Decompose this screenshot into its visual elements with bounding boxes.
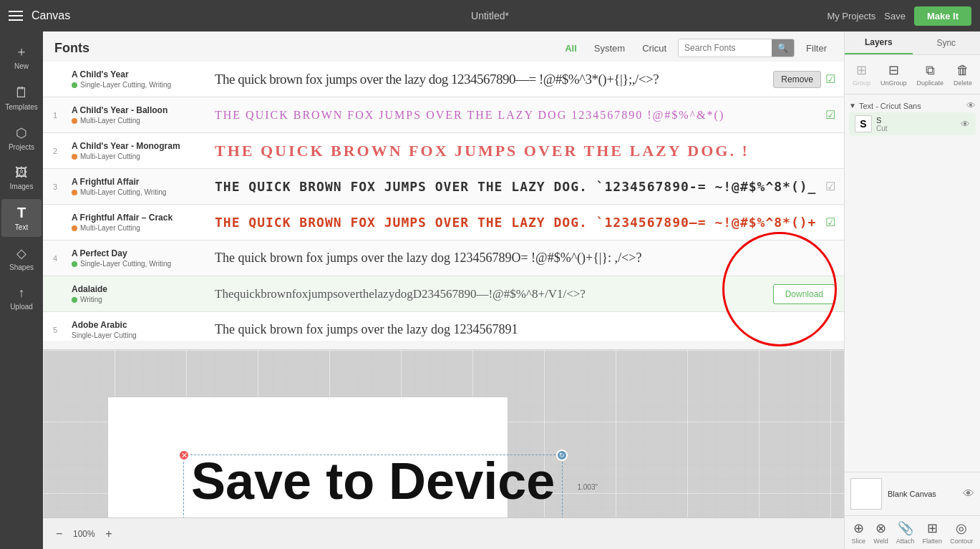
contour-button[interactable]: ◎ Contour <box>950 520 973 545</box>
font-name: Adalaide <box>72 284 198 294</box>
font-row-childs-balloon: 1 A Child's Year - Balloon Multi-Layer C… <box>43 97 844 133</box>
font-check-icon[interactable]: ☑ <box>825 72 835 86</box>
tag-label: Single-Layer Cutting <box>72 331 137 339</box>
preview-text: THE QUICK BROWN FOX JUMPS OVER THE LAZY … <box>215 142 749 160</box>
font-info: A Child's Year - Balloon Multi-Layer Cut… <box>63 101 206 129</box>
font-row-adalaide: Adalaide Writing Thequickbrownfoxjumpsov… <box>43 276 844 312</box>
menu-button[interactable] <box>9 11 23 21</box>
download-font-button[interactable]: Download <box>773 284 835 304</box>
left-sidebar: ＋ New 🗒 Templates ⬡ Projects 🖼 Images T … <box>0 31 43 549</box>
right-panel-toolbar: ⊞ Group ⊟ UnGroup ⧉ Duplicate 🗑 Delete <box>845 55 980 94</box>
ungroup-button[interactable]: ⊟ UnGroup <box>878 59 910 89</box>
sidebar-item-images-label: Images <box>10 183 34 190</box>
attach-label: Attach <box>896 538 915 545</box>
attach-button[interactable]: 📎 Attach <box>896 520 915 545</box>
slice-label: Slice <box>852 538 866 545</box>
filter-all-button[interactable]: All <box>559 40 583 57</box>
flatten-button[interactable]: ⊞ Flatten <box>923 520 943 545</box>
font-search-input[interactable] <box>679 39 772 57</box>
tab-sync[interactable]: Sync <box>913 32 981 54</box>
layer-group-header[interactable]: ▼ Text - Cricut Sans 👁 <box>849 99 976 112</box>
layer-preview-text: S <box>860 118 866 130</box>
font-check-icon[interactable]: ☑ <box>825 215 835 229</box>
group-label: Group <box>853 79 870 87</box>
sidebar-item-text[interactable]: T Text <box>1 199 42 237</box>
attach-icon: 📎 <box>898 520 913 536</box>
tag-label: Multi-Layer Cutting <box>80 117 140 125</box>
font-tag: Writing <box>72 296 198 303</box>
filter-system-button[interactable]: System <box>588 40 631 57</box>
canvas-text-content[interactable]: Save to Device <box>184 455 562 507</box>
my-projects-link[interactable]: My Projects <box>827 11 875 21</box>
contour-label: Contour <box>950 538 973 545</box>
zoom-in-button[interactable]: + <box>101 526 116 542</box>
weld-button[interactable]: ⊗ Weld <box>873 520 888 545</box>
tab-layers[interactable]: Layers <box>845 31 913 54</box>
tag-circle-icon <box>72 82 77 88</box>
ungroup-label: UnGroup <box>880 79 907 87</box>
sidebar-item-projects-label: Projects <box>9 143 34 151</box>
font-actions: ☑ <box>825 215 844 229</box>
font-info: Adalaide Writing <box>63 280 206 308</box>
font-tag: Single-Layer Cutting <box>72 331 198 339</box>
font-tag: Single-Layer Cutting, Writing <box>72 81 198 89</box>
filter-tag-button[interactable]: Filter <box>800 40 833 57</box>
duplicate-button[interactable]: ⧉ Duplicate <box>913 60 946 89</box>
right-panel-tabs: Layers Sync <box>845 31 980 55</box>
font-row-perfect-day: 4 A Perfect Day Single-Layer Cutting, Wr… <box>43 241 844 276</box>
sidebar-item-templates[interactable]: 🗒 Templates <box>1 79 42 117</box>
sidebar-item-text-label: Text <box>15 223 28 231</box>
tag-label: Single-Layer Cutting, Writing <box>80 260 171 268</box>
right-panel-bottom: Blank Canvas 👁 <box>845 472 980 515</box>
zoom-level-display: 100% <box>71 529 97 539</box>
text-element[interactable]: ✕ ↻ Save to Device 🔒 ⤡ 1.003" 8.54" <box>183 455 563 526</box>
make-it-button[interactable]: Make It <box>914 6 971 26</box>
font-check-icon[interactable]: ☑ <box>825 180 835 193</box>
top-bar: Canvas Untitled* My Projects Save Make I… <box>0 0 980 31</box>
sidebar-item-new[interactable]: ＋ New <box>1 37 42 76</box>
font-actions: ☑ <box>825 108 844 122</box>
font-preview: THE QUICK BROWN FOX JUMPS OVER THE LAZY … <box>206 106 825 125</box>
sidebar-item-shapes[interactable]: ◇ Shapes <box>1 240 42 277</box>
font-info: A Child's Year - Monogram Multi-Layer Cu… <box>63 137 206 165</box>
templates-icon: 🗒 <box>14 84 29 101</box>
canvas-visibility-button[interactable]: 👁 <box>963 487 974 500</box>
projects-icon: ⬡ <box>16 125 27 141</box>
zoom-out-button[interactable]: − <box>52 526 67 542</box>
eye-icon[interactable]: 👁 <box>966 100 976 111</box>
canvas-row: Blank Canvas 👁 <box>850 478 974 510</box>
row-number: 2 <box>43 147 63 155</box>
bottom-tools-bar: − 100% + <box>43 518 844 549</box>
handle-rotate[interactable]: ↻ <box>556 450 568 461</box>
right-panel: Layers Sync ⊞ Group ⊟ UnGroup ⧉ Duplicat… <box>844 31 980 549</box>
weld-label: Weld <box>873 538 888 545</box>
font-tag: Multi-Layer Cutting <box>72 152 198 160</box>
delete-label: Delete <box>954 79 972 87</box>
tag-label: Writing <box>80 296 102 303</box>
filter-cricut-button[interactable]: Cricut <box>636 40 672 57</box>
group-button[interactable]: ⊞ Group <box>850 59 873 89</box>
save-button[interactable]: Save <box>884 11 906 21</box>
canvas-height-label: 1.003" <box>577 483 598 491</box>
sidebar-item-projects[interactable]: ⬡ Projects <box>1 120 42 157</box>
font-search-button[interactable]: 🔍 <box>772 39 794 57</box>
handle-delete[interactable]: ✕ <box>178 450 190 461</box>
font-preview: The quick brown fox jumps over the lazy … <box>206 69 773 90</box>
new-icon: ＋ <box>15 43 28 60</box>
flatten-label: Flatten <box>923 538 943 545</box>
layer-item-info: S Cut <box>876 116 888 132</box>
sidebar-item-upload[interactable]: ↑ Upload <box>1 280 42 316</box>
sidebar-item-images[interactable]: 🖼 Images <box>1 160 42 196</box>
font-check-icon[interactable]: ☑ <box>825 108 835 122</box>
layer-item[interactable]: S S Cut 👁 <box>849 112 976 135</box>
slice-button[interactable]: ⊕ Slice <box>852 520 866 545</box>
layer-group-name: Text - Cricut Sans <box>859 102 921 110</box>
preview-text: ThequickbrownfoxjumpsoverthelazydogD2345… <box>215 287 586 301</box>
remove-font-button[interactable]: Remove <box>773 71 821 88</box>
bottom-action-tools: ⊕ Slice ⊗ Weld 📎 Attach ⊞ Flatten ◎ Cont… <box>845 515 980 549</box>
layer-eye-icon[interactable]: 👁 <box>961 119 970 130</box>
layers-section: ▼ Text - Cricut Sans 👁 S S Cut 👁 <box>845 94 980 144</box>
text-icon: T <box>17 205 26 221</box>
delete-button[interactable]: 🗑 Delete <box>951 60 975 89</box>
font-row-frightful: 3 A Frightful Affair Multi-Layer Cutting… <box>43 169 844 205</box>
